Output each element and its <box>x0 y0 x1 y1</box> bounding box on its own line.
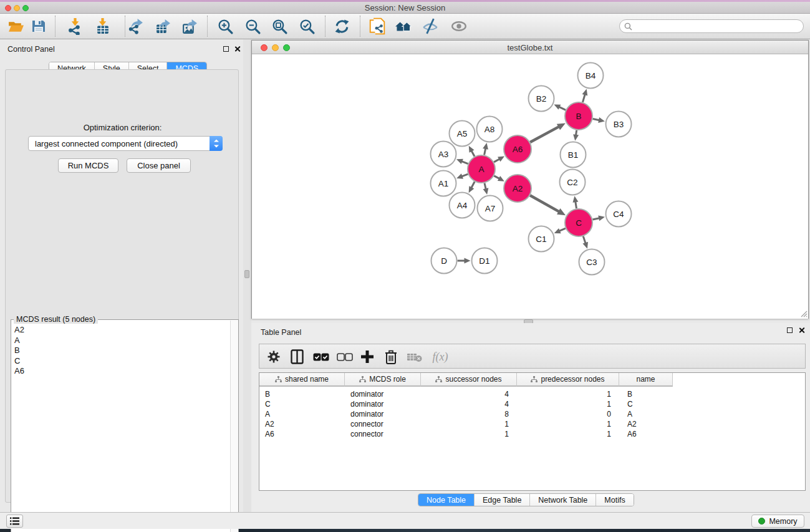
network-canvas[interactable]: AA1A2A3A4A5A6A7A8BB1B2B3B4CC1C2C3C4DD1 <box>252 54 808 319</box>
graph-edge[interactable] <box>471 181 475 188</box>
save-session-icon[interactable] <box>29 17 48 36</box>
list-item[interactable]: A2 <box>11 325 231 336</box>
list-item[interactable]: B <box>11 346 231 356</box>
export-image-icon[interactable] <box>180 17 199 36</box>
graph-edge[interactable] <box>583 236 586 243</box>
import-network-icon[interactable] <box>65 17 84 36</box>
graph-node-B3[interactable]: B3 <box>606 112 632 137</box>
graph-edge[interactable] <box>592 218 599 220</box>
deselect-all-icon[interactable] <box>335 347 354 366</box>
zoom-in-icon[interactable] <box>216 17 234 36</box>
column-header-predecessor-nodes[interactable]: predecessor nodes <box>517 373 619 387</box>
delete-column-icon[interactable] <box>382 347 400 366</box>
table-row[interactable]: B dominator 4 1 B <box>259 389 673 399</box>
graph-edge[interactable] <box>461 174 468 177</box>
graph-edge[interactable] <box>559 228 566 231</box>
list-item[interactable]: A <box>11 336 231 346</box>
import-table-icon[interactable] <box>93 17 112 36</box>
select-all-icon[interactable] <box>312 347 330 366</box>
export-table-icon[interactable] <box>153 17 172 36</box>
network-window-titlebar[interactable]: testGlobe.txt <box>252 41 808 54</box>
graph-node-B4[interactable]: B4 <box>578 63 604 89</box>
tab-node-table[interactable]: Node Table <box>418 494 475 506</box>
graph-node-C2[interactable]: C2 <box>560 170 586 195</box>
close-panel-button[interactable]: Close panel <box>127 158 191 173</box>
export-network-icon[interactable] <box>127 17 145 36</box>
divider-handle[interactable] <box>244 270 249 278</box>
tab-edge-table[interactable]: Edge Table <box>475 494 530 506</box>
criterion-dropdown[interactable]: largest connected component (directed) <box>28 136 223 151</box>
tab-motifs[interactable]: Motifs <box>596 494 633 506</box>
add-column-icon[interactable] <box>358 347 377 366</box>
float-table-panel-icon[interactable] <box>787 327 793 333</box>
tab-network-table[interactable]: Network Table <box>530 494 596 506</box>
graph-node-B1[interactable]: B1 <box>561 142 586 168</box>
table-row[interactable]: A dominator 8 0 A <box>259 409 673 419</box>
resize-grip-icon[interactable] <box>799 309 808 317</box>
new-network-from-file-icon[interactable] <box>368 17 387 36</box>
settings-gear-icon[interactable] <box>264 347 283 366</box>
graph-edge[interactable] <box>530 195 559 211</box>
graph-node-C1[interactable]: C1 <box>529 226 554 252</box>
graph-edge[interactable] <box>576 130 577 135</box>
graph-node-A5[interactable]: A5 <box>450 121 475 147</box>
graph-node-A7[interactable]: A7 <box>478 196 503 221</box>
graph-edge[interactable] <box>593 119 600 120</box>
graph-node-A[interactable]: A <box>468 155 495 183</box>
task-history-button[interactable] <box>6 515 23 528</box>
mcds-result-list[interactable]: A2 A B C A6 <box>11 325 231 532</box>
graph-edge[interactable] <box>559 107 566 110</box>
show-columns-icon[interactable] <box>287 347 306 366</box>
graph-edge[interactable] <box>485 148 486 155</box>
column-header-mcds-role[interactable]: MCDS role <box>345 373 421 387</box>
workspace: Control Panel Network Style Select MCDS … <box>0 39 810 512</box>
graph-node-D[interactable]: D <box>432 248 457 274</box>
graph-node-A4[interactable]: A4 <box>450 193 475 218</box>
table-row[interactable]: A2 connector 1 1 A2 <box>259 419 673 429</box>
zoom-out-icon[interactable] <box>243 17 262 36</box>
delete-table-icon <box>405 347 423 366</box>
graph-node-C4[interactable]: C4 <box>606 201 632 227</box>
run-mcds-button[interactable]: Run MCDS <box>58 158 118 173</box>
graph-edge[interactable] <box>576 201 577 208</box>
close-table-panel-icon[interactable] <box>798 327 805 334</box>
graph-edge[interactable] <box>530 127 559 142</box>
graph-node-D1[interactable]: D1 <box>472 248 498 274</box>
column-header-shared-name[interactable]: shared name <box>259 373 345 387</box>
graph-node-C3[interactable]: C3 <box>579 249 605 275</box>
graph-node-A8[interactable]: A8 <box>477 117 503 142</box>
table-row[interactable]: C dominator 4 1 C <box>259 399 673 409</box>
graph-node-B[interactable]: B <box>565 102 592 130</box>
zoom-selected-icon[interactable] <box>297 17 316 36</box>
list-item[interactable]: A6 <box>11 366 231 377</box>
list-item[interactable]: C <box>11 356 231 367</box>
graph-node-A1[interactable]: A1 <box>431 171 456 196</box>
graph-node-B2[interactable]: B2 <box>529 86 554 112</box>
graph-node-C[interactable]: C <box>565 209 592 236</box>
table-row[interactable]: A6 connector 1 1 A6 <box>259 429 673 439</box>
zoom-fit-icon[interactable] <box>270 17 289 36</box>
memory-button[interactable]: Memory <box>751 515 804 528</box>
open-file-icon[interactable] <box>6 17 25 36</box>
hide-panel-icon[interactable] <box>421 17 440 36</box>
graph-node-label: B2 <box>536 94 547 104</box>
close-panel-icon[interactable] <box>234 46 241 52</box>
scrollbar-track[interactable] <box>230 321 238 532</box>
show-panel-icon[interactable] <box>450 17 468 36</box>
graph-edge[interactable] <box>494 159 499 162</box>
float-panel-icon[interactable] <box>223 46 229 52</box>
graph-edge[interactable] <box>582 94 585 102</box>
graph-edge[interactable] <box>494 176 499 179</box>
panel-divider[interactable] <box>243 39 251 512</box>
refresh-icon[interactable] <box>332 17 351 36</box>
graph-node-A2[interactable]: A2 <box>504 175 531 202</box>
graph-edge[interactable] <box>471 151 475 157</box>
column-header-name[interactable]: name <box>619 373 673 387</box>
column-header-successor-nodes[interactable]: successor nodes <box>421 373 517 387</box>
graph-node-A3[interactable]: A3 <box>431 142 456 167</box>
home-icon[interactable] <box>394 17 413 36</box>
search-input[interactable] <box>635 22 798 31</box>
graph-node-A6[interactable]: A6 <box>504 135 531 163</box>
graph-edge[interactable] <box>485 183 486 189</box>
graph-edge[interactable] <box>461 162 468 164</box>
